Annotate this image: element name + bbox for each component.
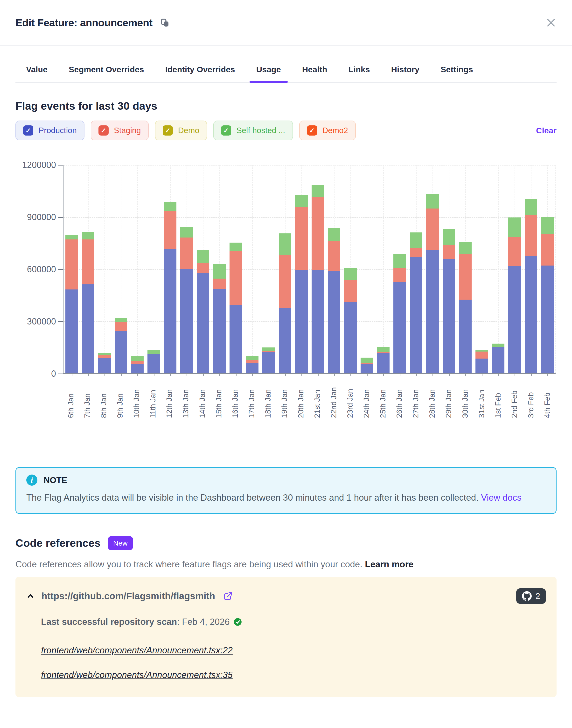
bar-segment-self-hosted [279, 233, 291, 255]
repository-url-link[interactable]: https://github.com/Flagsmith/flagsmith [42, 591, 215, 601]
x-axis-tick [170, 374, 171, 376]
x-axis-cell: 12th Jan [161, 378, 177, 418]
bar-segment-self-hosted [295, 195, 308, 207]
tab-identity-overrides[interactable]: Identity Overrides [155, 60, 246, 82]
bar-slot [408, 165, 424, 373]
bar-segment-self-hosted [82, 232, 94, 239]
learn-more-link[interactable]: Learn more [365, 559, 414, 569]
x-axis-label: 10th Jan [132, 378, 141, 418]
bar-segment-self-hosted [98, 353, 111, 355]
x-axis-label: 6th Jan [67, 378, 75, 418]
x-axis-cell: 28th Jan [424, 378, 440, 418]
bar-segment-production [65, 290, 78, 373]
bar-slot [195, 165, 211, 373]
bar-segment-staging [279, 255, 291, 308]
bar-segment-staging [328, 241, 340, 271]
collapse-button[interactable] [26, 592, 35, 600]
bar-15th-jan [213, 264, 226, 373]
env-filter-production[interactable]: ✓Production [15, 121, 84, 140]
x-axis-tick [482, 374, 483, 376]
env-filter-label: Demo2 [323, 126, 348, 135]
bar-9th-jan [115, 318, 127, 373]
bar-segment-self-hosted [426, 194, 439, 208]
bar-14th-jan [197, 250, 209, 373]
bar-slot [490, 165, 506, 373]
bar-segment-production [213, 289, 226, 373]
gridline-vertical [498, 165, 499, 373]
chevron-up-icon [26, 592, 35, 600]
note-header: i NOTE [26, 475, 546, 486]
tab-segment-overrides[interactable]: Segment Overrides [58, 60, 155, 82]
x-axis-label: 17th Jan [247, 378, 256, 418]
bar-segment-production [279, 308, 291, 373]
bar-segment-self-hosted [164, 202, 176, 211]
y-axis-label: 1200000 [15, 160, 56, 170]
note-callout: i NOTE The Flag Analytics data will be v… [15, 467, 557, 514]
tabs: ValueSegment OverridesIdentity Overrides… [15, 60, 557, 83]
tab-usage[interactable]: Usage [246, 60, 292, 82]
bar-slot [424, 165, 441, 373]
file-reference-list: frontend/web/components/Announcement.tsx… [41, 645, 546, 680]
code-references-description: Code references allow you to track where… [15, 559, 557, 569]
note-body: The Flag Analytics data will be visible … [26, 490, 546, 505]
bar-segment-staging [426, 208, 439, 250]
open-external-button[interactable] [223, 591, 233, 601]
x-axis-tick [269, 374, 269, 376]
x-axis-label: 4th Feb [543, 378, 552, 418]
repository-panel: https://github.com/Flagsmith/flagsmith 2… [15, 577, 557, 697]
x-axis-label: 24th Jan [362, 378, 371, 418]
bar-segment-production [410, 257, 422, 373]
bar-segment-self-hosted [229, 243, 242, 251]
file-reference-link[interactable]: frontend/web/components/Announcement.tsx… [41, 645, 233, 656]
bar-25th-jan [377, 347, 389, 373]
tab-history[interactable]: History [381, 60, 430, 82]
x-axis-label: 7th Jan [83, 378, 92, 418]
bar-segment-production [426, 250, 439, 373]
close-button[interactable] [546, 17, 557, 28]
copy-icon[interactable] [160, 18, 170, 28]
tab-links[interactable]: Links [338, 60, 381, 82]
bar-10th-jan [131, 356, 144, 373]
env-filter-label: Self hosted ... [236, 126, 285, 135]
x-axis-label: 16th Jan [231, 378, 240, 418]
environment-filter-row: ✓Production✓Staging✓Demo✓Self hosted ...… [15, 121, 557, 140]
bar-31st-jan [476, 350, 488, 373]
file-reference-link[interactable]: frontend/web/components/Announcement.tsx… [41, 670, 233, 680]
bar-24th-jan [361, 358, 373, 373]
bar-segment-staging [476, 352, 488, 359]
tab-settings[interactable]: Settings [430, 60, 484, 82]
external-link-icon [223, 591, 233, 601]
bar-slot [523, 165, 539, 373]
tab-health[interactable]: Health [292, 60, 338, 82]
x-axis-cell: 23rd Jan [342, 378, 358, 418]
bar-22nd-jan [328, 228, 340, 373]
x-axis-cell: 7th Jan [79, 378, 95, 418]
bar-slot [211, 165, 228, 373]
scan-status-row: Last successful repository scan: Feb 4, … [41, 617, 546, 627]
gridline-vertical [104, 165, 105, 373]
bar-slot [178, 165, 195, 373]
bar-slot [80, 165, 96, 373]
gridline-vertical [383, 165, 384, 373]
bar-segment-production [131, 364, 144, 373]
bar-segment-staging [459, 254, 472, 300]
bar-slot [129, 165, 146, 373]
tab-value[interactable]: Value [15, 60, 58, 82]
env-filter-demo[interactable]: ✓Demo [155, 121, 207, 140]
bar-segment-staging [213, 279, 226, 289]
env-filter-demo2[interactable]: ✓Demo2 [299, 121, 356, 140]
env-filter-self-hosted[interactable]: ✓Self hosted ... [213, 121, 293, 140]
env-filter-staging[interactable]: ✓Staging [91, 121, 149, 140]
x-axis-tick [187, 374, 187, 376]
bar-segment-production [180, 269, 193, 373]
github-count-badge[interactable]: 2 [516, 588, 546, 604]
x-axis-cell: 31st Jan [474, 378, 490, 418]
github-icon [522, 591, 532, 601]
x-axis-tick [236, 374, 236, 376]
section-title: Flag events for last 30 days [15, 100, 557, 112]
bar-30th-jan [459, 242, 472, 373]
clear-button[interactable]: Clear [536, 126, 557, 135]
view-docs-link[interactable]: View docs [481, 493, 521, 502]
bar-16th-jan [229, 243, 242, 373]
x-axis-cell: 9th Jan [112, 378, 128, 418]
